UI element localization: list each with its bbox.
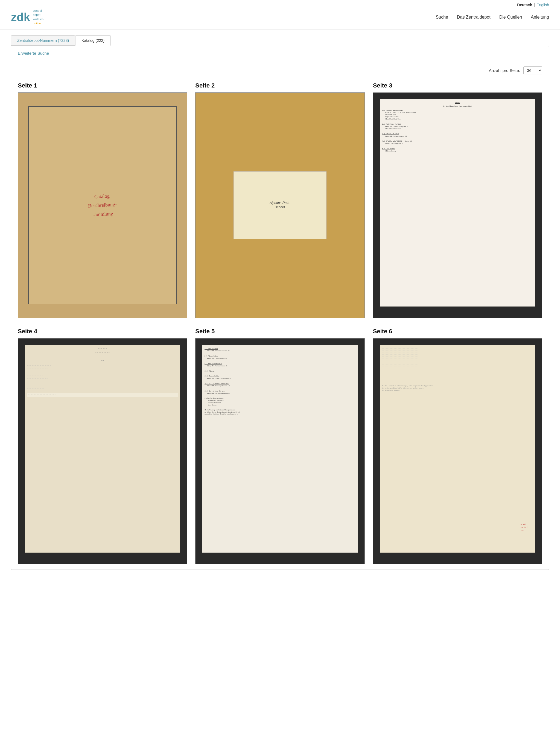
nav-zentraldepot[interactable]: Das Zentraldepot (457, 15, 490, 20)
logo-line1: zentral (33, 9, 44, 13)
tab-zentraldepot[interactable]: Zentraldepot-Nummern (7228) (11, 35, 75, 46)
header-main: zdk zentral depot karteien online Suche … (11, 9, 549, 29)
logo-zdk-text: zdk (11, 11, 30, 23)
tab-katalog[interactable]: Katalog (222) (75, 35, 111, 46)
advanced-search-bar: Erweiterte Suche (11, 46, 549, 61)
page-item-3: Seite 3 LISTE der beschlagnahmten Kunstg… (373, 82, 542, 318)
page-item-4: Seite 4 — — — — — — — — — — — — — — — — … (18, 328, 187, 564)
doc-image-4[interactable]: — — — — — — — — — — — — — — — — — — — — … (18, 338, 187, 564)
logo-line3: karteien (33, 17, 44, 21)
advanced-search-link[interactable]: Erweiterte Suche (18, 51, 49, 55)
doc-image-5[interactable]: 7.) Felix Babus Wien III, Steinhäuserstr… (195, 338, 364, 564)
page-item-6: Seite 6 — — — — — — — — — — — — — — — — … (373, 328, 542, 564)
main-content: Erweiterte Suche Anzahl pro Seite: 12 24… (11, 46, 549, 570)
page-item-1: Seite 1 Catalog Beschreibung- sammlung (18, 82, 187, 318)
results-area: Anzahl pro Seite: 12 24 36 48 Seite 1 Ca… (11, 61, 549, 570)
pages-grid: Seite 1 Catalog Beschreibung- sammlung S… (18, 82, 542, 564)
lang-english[interactable]: English (536, 3, 549, 7)
page6-stamp: In derVorlagerot (520, 523, 528, 532)
page-title-2: Seite 2 (195, 82, 364, 89)
lang-deutsch[interactable]: Deutsch (517, 3, 532, 7)
main-nav: Suche Das Zentraldepot Die Quellen Anlei… (436, 15, 549, 20)
page-title-4: Seite 4 (18, 328, 187, 335)
logo-online: online (33, 21, 44, 25)
nav-anleitung[interactable]: Anleitung (531, 15, 549, 20)
nav-suche[interactable]: Suche (436, 15, 448, 20)
tabs-bar: Zentraldepot-Nummern (7228) Katalog (222… (0, 30, 560, 46)
page-item-5: Seite 5 7.) Felix Babus Wien III, Steinh… (195, 328, 364, 564)
lang-separator: | (534, 3, 535, 7)
site-header: Deutsch | English zdk zentral depot kart… (0, 0, 560, 30)
page-title-1: Seite 1 (18, 82, 187, 89)
doc-image-3[interactable]: LISTE der beschlagnahmten Kunstgegenstän… (373, 93, 542, 318)
page-title-3: Seite 3 (373, 82, 542, 89)
logo-subtitle: zentral depot karteien online (33, 9, 44, 26)
site-logo[interactable]: zdk zentral depot karteien online (11, 9, 44, 26)
page-title-5: Seite 5 (195, 328, 364, 335)
logo-line2: depot (33, 13, 44, 17)
nav-quellen[interactable]: Die Quellen (499, 15, 522, 20)
per-page-label: Anzahl pro Seite: (489, 68, 520, 73)
per-page-select[interactable]: 12 24 36 48 (524, 67, 542, 74)
page-item-2: Seite 2 Alphaus Roth-schnid (195, 82, 364, 318)
doc-image-2[interactable]: Alphaus Roth-schnid (195, 93, 364, 318)
page-title-6: Seite 6 (373, 328, 542, 335)
doc-image-1[interactable]: Catalog Beschreibung- sammlung (18, 93, 187, 318)
language-bar: Deutsch | English (11, 0, 549, 9)
doc-image-6[interactable]: — — — — — — — — — — — — — — — — — — — — … (373, 338, 542, 564)
results-controls: Anzahl pro Seite: 12 24 36 48 (18, 67, 542, 74)
